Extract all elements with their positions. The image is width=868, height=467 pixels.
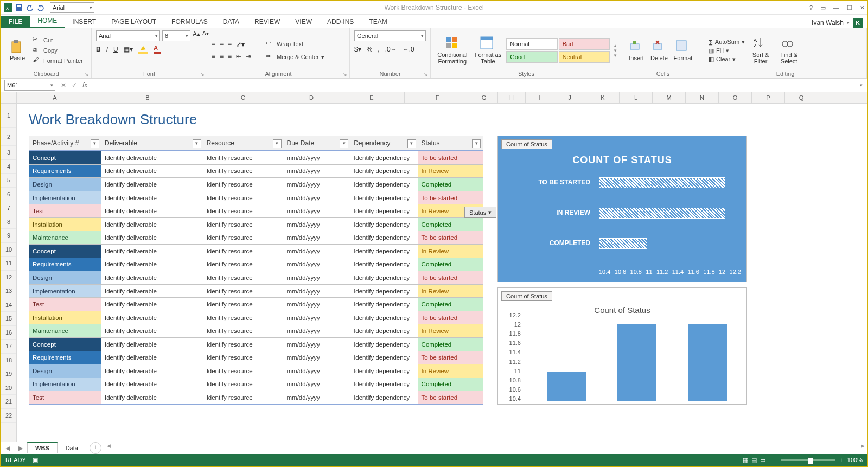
table-row[interactable]: InstallationIdentify deliverableIdentify…	[29, 217, 483, 231]
table-row[interactable]: MaintenanceIdentify deliverableIdentify …	[29, 324, 483, 338]
cell[interactable]: Identify dependency	[350, 284, 418, 298]
cell[interactable]: In Review	[418, 284, 483, 298]
cell[interactable]: Identify deliverable	[101, 298, 203, 311]
table-row[interactable]: RequirementsIdentify deliverableIdentify…	[29, 164, 483, 178]
cell[interactable]: Completed	[418, 217, 483, 231]
tab-insert[interactable]: INSERT	[65, 16, 104, 28]
row-header-1[interactable]: 1	[1, 104, 16, 128]
filter-dropdown-icon[interactable]: ▾	[193, 139, 201, 148]
dialog-launcher-icon[interactable]: ↘	[85, 72, 89, 77]
cell[interactable]: Identify resource	[203, 391, 284, 405]
cell[interactable]: Identify resource	[203, 164, 284, 178]
table-row[interactable]: TestIdentify deliverableIdentify resourc…	[29, 391, 483, 405]
tab-home[interactable]: HOME	[30, 15, 65, 28]
align-middle-icon[interactable]: ≡	[220, 41, 224, 48]
cell[interactable]: Implementation	[29, 191, 101, 204]
cell[interactable]: Identify deliverable	[101, 231, 203, 245]
cell[interactable]: Requirements	[29, 258, 101, 271]
cell[interactable]: Identify resource	[203, 324, 284, 338]
cell[interactable]: Identify deliverable	[101, 204, 203, 218]
cell[interactable]: mm/dd/yyyy	[284, 245, 351, 258]
filter-dropdown-icon[interactable]: ▾	[472, 139, 481, 148]
cell[interactable]: Installation	[29, 217, 101, 231]
cell[interactable]: To be started	[418, 271, 483, 285]
cell[interactable]: Identify resource	[203, 178, 284, 191]
style-normal[interactable]: Normal	[506, 38, 557, 50]
cell[interactable]: Identify resource	[203, 191, 284, 204]
cell[interactable]: In Review	[418, 324, 483, 338]
format-cells-button[interactable]: Format	[672, 40, 694, 61]
col-header-I[interactable]: I	[526, 92, 553, 103]
table-row[interactable]: ImplementationIdentify deliverableIdenti…	[29, 191, 483, 204]
tab-view[interactable]: VIEW	[288, 16, 320, 28]
row-header-12[interactable]: 12	[1, 271, 16, 285]
row-header-8[interactable]: 8	[1, 215, 16, 229]
cell[interactable]: To be started	[418, 351, 483, 364]
col-header-B[interactable]: B	[93, 92, 202, 103]
user-badge[interactable]: K	[853, 18, 863, 28]
chart1-chip[interactable]: Count of Status	[501, 139, 552, 149]
qat-font-select[interactable]: Arial	[50, 2, 94, 13]
col-header-K[interactable]: K	[586, 92, 620, 103]
cell[interactable]: Identify deliverable	[101, 258, 203, 271]
sheet-nav-next-icon[interactable]: ▶	[14, 445, 27, 452]
col-header-D[interactable]: D	[284, 92, 339, 103]
col-dependency[interactable]: Dependency▾	[350, 136, 418, 151]
find-select-button[interactable]: Find & Select	[776, 36, 801, 65]
cell[interactable]: Installation	[29, 311, 101, 324]
cell[interactable]: To be started	[418, 231, 483, 245]
cell[interactable]: mm/dd/yyyy	[284, 271, 351, 285]
font-size-select[interactable]: 8	[162, 30, 190, 41]
col-header-L[interactable]: L	[620, 92, 653, 103]
cell[interactable]: Identify dependency	[350, 391, 418, 405]
cut-button[interactable]: ✂Cut	[33, 36, 83, 44]
cell[interactable]: Identify deliverable	[101, 378, 203, 391]
close-icon[interactable]: ✕	[860, 4, 865, 11]
col-header-O[interactable]: O	[719, 92, 752, 103]
cell[interactable]: Test	[29, 204, 101, 218]
view-page-break-icon[interactable]: ▭	[760, 457, 765, 464]
tab-team[interactable]: TEAM	[361, 16, 394, 28]
col-due-date[interactable]: Due Date▾	[284, 136, 351, 151]
col-header-H[interactable]: H	[498, 92, 526, 103]
cell[interactable]: mm/dd/yyyy	[284, 311, 351, 324]
merge-center-button[interactable]: ⇔Merge & Center ▾	[266, 53, 324, 61]
format-as-table-button[interactable]: Format as Table	[473, 36, 503, 65]
indent-inc-icon[interactable]: ⇥	[246, 53, 251, 60]
row-header-5[interactable]: 5	[1, 174, 16, 188]
dialog-launcher-icon[interactable]: ↘	[200, 72, 205, 77]
cell[interactable]: Completed	[418, 258, 483, 271]
cell[interactable]: Maintenance	[29, 324, 101, 338]
row-header-15[interactable]: 15	[1, 312, 16, 326]
tab-data[interactable]: DATA	[215, 16, 247, 28]
help-icon[interactable]: ?	[809, 4, 813, 11]
col-header-N[interactable]: N	[686, 92, 719, 103]
cell[interactable]: Identify deliverable	[101, 164, 203, 178]
font-color-button[interactable]: A	[154, 44, 161, 54]
cell[interactable]: mm/dd/yyyy	[284, 364, 351, 378]
cell[interactable]: Identify dependency	[350, 351, 418, 364]
cell[interactable]: Identify resource	[203, 271, 284, 285]
cell[interactable]: mm/dd/yyyy	[284, 378, 351, 391]
cell[interactable]: Identify dependency	[350, 337, 418, 351]
cell[interactable]: mm/dd/yyyy	[284, 231, 351, 245]
cell[interactable]: Completed	[418, 337, 483, 351]
cell[interactable]: mm/dd/yyyy	[284, 351, 351, 364]
dialog-launcher-icon[interactable]: ↘	[343, 72, 347, 77]
cell[interactable]: mm/dd/yyyy	[284, 217, 351, 231]
insert-cells-button[interactable]: Insert	[627, 40, 646, 61]
row-header-7[interactable]: 7	[1, 201, 16, 215]
col-header-A[interactable]: A	[17, 92, 93, 103]
sheet-nav-prev-icon[interactable]: ◀	[1, 445, 14, 452]
cell[interactable]: mm/dd/yyyy	[284, 164, 351, 178]
cell[interactable]: Identify deliverable	[101, 311, 203, 324]
cell[interactable]: Identify dependency	[350, 245, 418, 258]
decrease-decimal-icon[interactable]: ←.0	[403, 46, 414, 53]
delete-cells-button[interactable]: Delete	[649, 40, 669, 61]
gallery-down-icon[interactable]: ▼	[613, 48, 617, 53]
indent-dec-icon[interactable]: ⇤	[236, 53, 241, 60]
row-header-18[interactable]: 18	[1, 354, 16, 368]
cell[interactable]: Identify dependency	[350, 164, 418, 178]
col-header-Q[interactable]: Q	[785, 92, 818, 103]
save-icon[interactable]	[14, 3, 24, 12]
